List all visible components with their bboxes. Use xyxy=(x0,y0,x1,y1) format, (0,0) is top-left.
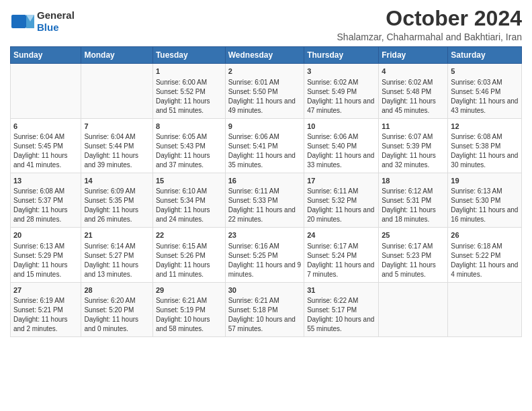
day-number: 11 xyxy=(382,122,445,132)
sunrise: Sunrise: 6:06 AM xyxy=(228,132,302,142)
sunset: Sunset: 5:34 PM xyxy=(156,196,222,205)
day-number: 18 xyxy=(382,176,445,186)
day-number: 8 xyxy=(156,122,222,132)
sunrise: Sunrise: 6:13 AM xyxy=(451,187,519,196)
calendar-cell: 6Sunrise: 6:04 AMSunset: 5:45 PMDaylight… xyxy=(11,118,81,173)
sunrise: Sunrise: 6:08 AM xyxy=(451,132,519,142)
sunrise: Sunrise: 6:02 AM xyxy=(382,78,445,87)
calendar-cell: 12Sunrise: 6:08 AMSunset: 5:38 PMDayligh… xyxy=(448,118,522,173)
day-number: 20 xyxy=(13,230,78,240)
sunrise: Sunrise: 6:08 AM xyxy=(13,187,78,196)
sunrise: Sunrise: 6:21 AM xyxy=(228,296,302,306)
daylight: Daylight: 10 hours and 57 minutes. xyxy=(228,315,302,334)
daylight: Daylight: 11 hours and 18 minutes. xyxy=(382,205,445,224)
sunset: Sunset: 5:50 PM xyxy=(228,87,302,97)
sunrise: Sunrise: 6:18 AM xyxy=(451,242,519,251)
logo-blue: Blue xyxy=(37,21,75,34)
calendar-cell: 28Sunrise: 6:20 AMSunset: 5:20 PMDayligh… xyxy=(81,282,152,336)
sunrise: Sunrise: 6:16 AM xyxy=(228,242,302,251)
sunset: Sunset: 5:24 PM xyxy=(307,251,375,261)
day-number: 12 xyxy=(451,122,519,132)
calendar-cell: 9Sunrise: 6:06 AMSunset: 5:41 PMDaylight… xyxy=(225,118,304,173)
calendar-cell: 30Sunrise: 6:21 AMSunset: 5:18 PMDayligh… xyxy=(225,282,304,336)
week-row-4: 20Sunrise: 6:13 AMSunset: 5:29 PMDayligh… xyxy=(11,228,522,282)
col-header-monday: Monday xyxy=(81,47,152,64)
sunrise: Sunrise: 6:14 AM xyxy=(84,242,149,251)
page: General Blue October 2024 Shalamzar, Cha… xyxy=(0,0,532,411)
sunset: Sunset: 5:46 PM xyxy=(451,87,519,97)
sunset: Sunset: 5:30 PM xyxy=(451,196,519,205)
calendar-cell: 22Sunrise: 6:15 AMSunset: 5:26 PMDayligh… xyxy=(152,228,225,282)
logo: General Blue xyxy=(10,9,75,34)
col-header-wednesday: Wednesday xyxy=(225,47,304,64)
daylight: Daylight: 11 hours and 9 minutes. xyxy=(228,261,302,279)
week-row-5: 27Sunrise: 6:19 AMSunset: 5:21 PMDayligh… xyxy=(11,282,522,336)
sunrise: Sunrise: 6:13 AM xyxy=(13,242,78,251)
daylight: Daylight: 11 hours and 2 minutes. xyxy=(13,315,78,334)
sunrise: Sunrise: 6:04 AM xyxy=(84,132,149,142)
daylight: Daylight: 11 hours and 7 minutes. xyxy=(307,261,375,279)
sunset: Sunset: 5:27 PM xyxy=(84,251,149,261)
sunrise: Sunrise: 6:22 AM xyxy=(307,296,375,306)
calendar-cell: 15Sunrise: 6:10 AMSunset: 5:34 PMDayligh… xyxy=(152,173,225,227)
week-row-1: 1Sunrise: 6:00 AMSunset: 5:52 PMDaylight… xyxy=(11,64,522,118)
daylight: Daylight: 11 hours and 45 minutes. xyxy=(382,97,445,116)
col-header-sunday: Sunday xyxy=(11,47,81,64)
sunset: Sunset: 5:39 PM xyxy=(382,142,445,151)
day-number: 31 xyxy=(307,285,375,295)
day-number: 19 xyxy=(451,176,519,186)
sunset: Sunset: 5:48 PM xyxy=(382,87,445,97)
calendar-cell: 19Sunrise: 6:13 AMSunset: 5:30 PMDayligh… xyxy=(448,173,522,227)
calendar-cell xyxy=(81,64,152,118)
sunrise: Sunrise: 6:19 AM xyxy=(13,296,78,306)
day-number: 30 xyxy=(228,285,302,295)
calendar-cell: 7Sunrise: 6:04 AMSunset: 5:44 PMDaylight… xyxy=(81,118,152,173)
logo-icon xyxy=(10,9,34,34)
sunset: Sunset: 5:43 PM xyxy=(156,142,222,151)
calendar-cell: 10Sunrise: 6:06 AMSunset: 5:40 PMDayligh… xyxy=(304,118,379,173)
daylight: Daylight: 11 hours and 15 minutes. xyxy=(13,261,78,279)
sunrise: Sunrise: 6:20 AM xyxy=(84,296,149,306)
day-number: 26 xyxy=(451,230,519,240)
sunset: Sunset: 5:33 PM xyxy=(228,196,302,205)
sunset: Sunset: 5:23 PM xyxy=(382,251,445,261)
day-number: 24 xyxy=(307,230,375,240)
sunset: Sunset: 5:21 PM xyxy=(13,306,78,315)
header-row: SundayMondayTuesdayWednesdayThursdayFrid… xyxy=(11,47,522,64)
sunset: Sunset: 5:19 PM xyxy=(156,306,222,315)
sunset: Sunset: 5:29 PM xyxy=(13,251,78,261)
daylight: Daylight: 11 hours and 37 minutes. xyxy=(156,151,222,170)
calendar-cell xyxy=(448,282,522,336)
calendar-cell: 4Sunrise: 6:02 AMSunset: 5:48 PMDaylight… xyxy=(379,64,448,118)
sunrise: Sunrise: 6:06 AM xyxy=(307,132,375,142)
col-header-thursday: Thursday xyxy=(304,47,379,64)
day-number: 10 xyxy=(307,122,375,132)
calendar-cell: 26Sunrise: 6:18 AMSunset: 5:22 PMDayligh… xyxy=(448,228,522,282)
daylight: Daylight: 11 hours and 13 minutes. xyxy=(84,261,149,279)
sunset: Sunset: 5:37 PM xyxy=(13,196,78,205)
sunrise: Sunrise: 6:17 AM xyxy=(307,242,375,251)
daylight: Daylight: 11 hours and 47 minutes. xyxy=(307,97,375,116)
calendar-cell: 17Sunrise: 6:11 AMSunset: 5:32 PMDayligh… xyxy=(304,173,379,227)
sunset: Sunset: 5:38 PM xyxy=(451,142,519,151)
calendar-cell: 14Sunrise: 6:09 AMSunset: 5:35 PMDayligh… xyxy=(81,173,152,227)
calendar-cell: 16Sunrise: 6:11 AMSunset: 5:33 PMDayligh… xyxy=(225,173,304,227)
day-number: 5 xyxy=(451,66,519,77)
svg-rect-0 xyxy=(11,15,26,28)
day-number: 28 xyxy=(84,285,149,295)
daylight: Daylight: 11 hours and 43 minutes. xyxy=(451,97,519,116)
day-number: 7 xyxy=(84,122,149,132)
sunset: Sunset: 5:41 PM xyxy=(228,142,302,151)
sunrise: Sunrise: 6:02 AM xyxy=(307,78,375,87)
day-number: 17 xyxy=(307,176,375,186)
sunset: Sunset: 5:35 PM xyxy=(84,196,149,205)
calendar-cell: 23Sunrise: 6:16 AMSunset: 5:25 PMDayligh… xyxy=(225,228,304,282)
subtitle: Shalamzar, Chaharmahal and Bakhtiari, Ir… xyxy=(337,32,522,42)
day-number: 9 xyxy=(228,122,302,132)
calendar-cell: 25Sunrise: 6:17 AMSunset: 5:23 PMDayligh… xyxy=(379,228,448,282)
sunrise: Sunrise: 6:11 AM xyxy=(228,187,302,196)
calendar-cell xyxy=(11,64,81,118)
calendar-cell: 21Sunrise: 6:14 AMSunset: 5:27 PMDayligh… xyxy=(81,228,152,282)
calendar-table: SundayMondayTuesdayWednesdayThursdayFrid… xyxy=(10,46,522,337)
sunrise: Sunrise: 6:17 AM xyxy=(382,242,445,251)
